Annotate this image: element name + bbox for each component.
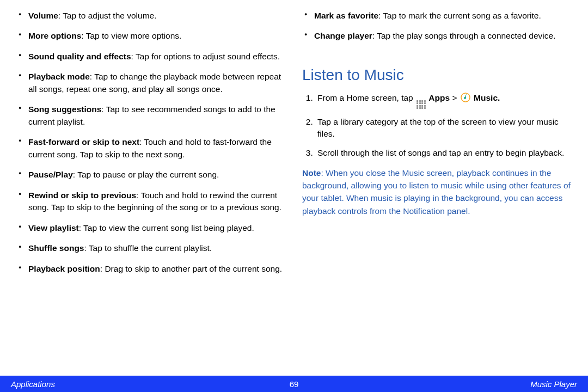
left-column: Volume: Tap to adjust the volume. More o… xyxy=(16,10,286,376)
desc: : Tap for options to adjust sound effect… xyxy=(131,52,280,61)
desc: : Tap the play songs through a connected… xyxy=(372,31,556,40)
term: Sound quality and effects xyxy=(28,52,131,61)
term: Playback mode xyxy=(28,72,90,81)
desc: : Tap to shuffle the current playlist. xyxy=(84,243,212,253)
page: Volume: Tap to adjust the volume. More o… xyxy=(0,0,588,392)
right-column: Mark as favorite: Tap to mark the curren… xyxy=(302,10,572,376)
note-paragraph: Note: When you close the Music screen, p… xyxy=(302,167,572,217)
step-text: Scroll through the list of songs and tap… xyxy=(317,148,564,157)
desc: : Tap to pause or play the current song. xyxy=(73,170,219,179)
step-text: Tap a library category at the top of the… xyxy=(317,117,559,138)
step-item: Tap a library category at the top of the… xyxy=(315,116,572,140)
list-item: Playback mode: Tap to change the playbac… xyxy=(16,71,286,95)
apps-label: Apps xyxy=(428,93,450,102)
footer-right: Music Player xyxy=(530,379,577,389)
list-item: Fast-forward or skip to next: Touch and … xyxy=(16,136,286,161)
apps-grid-icon xyxy=(416,100,425,109)
music-note-icon xyxy=(461,93,470,106)
steps-list: From a Home screen, tap Apps > Music. Ta… xyxy=(302,92,572,160)
step-item: From a Home screen, tap Apps > Music. xyxy=(315,92,572,109)
list-item: Sound quality and effects: Tap for optio… xyxy=(16,51,286,63)
page-footer: Applications 69 Music Player xyxy=(0,376,588,392)
list-item: Rewind or skip to previous: Touch and ho… xyxy=(16,189,286,214)
desc: : Drag to skip to another part of the cu… xyxy=(100,264,282,273)
content-area: Volume: Tap to adjust the volume. More o… xyxy=(0,0,588,376)
list-item: Playback position: Drag to skip to anoth… xyxy=(16,263,286,275)
term: Song suggestions xyxy=(28,105,101,114)
term: More options xyxy=(28,31,81,40)
right-bullet-list: Mark as favorite: Tap to mark the curren… xyxy=(302,10,572,42)
term: Volume xyxy=(28,11,58,20)
step-item: Scroll through the list of songs and tap… xyxy=(315,147,572,159)
footer-page-number: 69 xyxy=(290,379,299,389)
music-label: Music. xyxy=(474,93,500,102)
list-item: More options: Tap to view more options. xyxy=(16,30,286,42)
term: Pause/Play xyxy=(28,170,73,179)
term: Playback position xyxy=(28,264,100,273)
note-label: Note xyxy=(302,168,321,177)
gt: > xyxy=(450,93,460,102)
list-item: Song suggestions: Tap to see recommended… xyxy=(16,103,286,128)
list-item: Volume: Tap to adjust the volume. xyxy=(16,10,286,22)
list-item: Mark as favorite: Tap to mark the curren… xyxy=(302,10,572,22)
desc: : Tap to view more options. xyxy=(81,31,181,40)
list-item: Shuffle songs: Tap to shuffle the curren… xyxy=(16,242,286,254)
left-bullet-list: Volume: Tap to adjust the volume. More o… xyxy=(16,10,286,275)
step-text: From a Home screen, tap xyxy=(317,93,415,102)
footer-left: Applications xyxy=(11,379,55,389)
desc: : Tap to adjust the volume. xyxy=(58,11,157,20)
term: Change player xyxy=(314,31,372,40)
desc: : Tap to mark the current song as a favo… xyxy=(378,11,541,20)
term: View playlist xyxy=(28,223,79,232)
term: Fast-forward or skip to next xyxy=(28,137,139,146)
list-item: Pause/Play: Tap to pause or play the cur… xyxy=(16,169,286,181)
term: Shuffle songs xyxy=(28,243,84,253)
term: Mark as favorite xyxy=(314,11,378,20)
term: Rewind or skip to previous xyxy=(28,191,136,200)
desc: : Tap to view the current song list bein… xyxy=(79,223,254,232)
list-item: View playlist: Tap to view the current s… xyxy=(16,222,286,234)
section-heading: Listen to Music xyxy=(302,64,572,87)
note-body: : When you close the Music screen, playb… xyxy=(302,168,571,216)
list-item: Change player: Tap the play songs throug… xyxy=(302,30,572,42)
